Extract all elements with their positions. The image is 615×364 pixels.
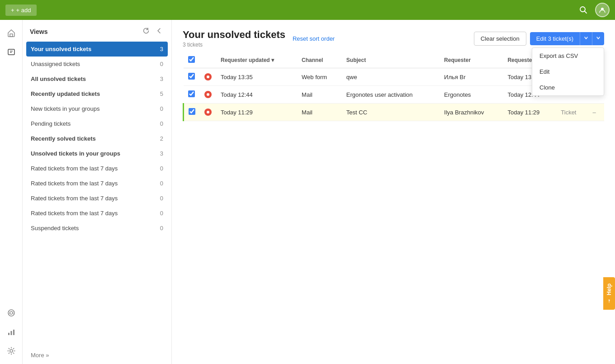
content-header-right: Clear selection Edit 3 ticket(s) (474, 32, 604, 46)
content-title-area: Your unsolved tickets 3 tickets (183, 29, 285, 48)
topbar-right (576, 3, 610, 17)
reports-icon (7, 327, 16, 336)
svg-point-8 (10, 312, 13, 314)
extra-dropdown-button[interactable] (592, 32, 604, 45)
select-all-checkbox[interactable] (188, 56, 195, 63)
row-subject: qwe (342, 68, 440, 86)
clone-item[interactable]: Clone (532, 80, 604, 95)
row-requester: Илья Br (440, 68, 503, 86)
refresh-button[interactable] (141, 26, 151, 37)
header-subject[interactable]: Subject (342, 52, 440, 68)
sidebar-item-all-unsolved[interactable]: All unsolved tickets 3 (26, 71, 168, 86)
add-button[interactable]: + + add (5, 5, 37, 16)
tickets-icon (7, 47, 16, 57)
row-checkbox-cell (184, 68, 200, 86)
header-requester-updated[interactable]: Requester updated ▾ (216, 52, 297, 68)
sidebar-item-label-your-unsolved: Your unsolved tickets (31, 46, 91, 52)
sidebar-item-label-rated-7days-4: Rated tickets from the last 7 days (31, 210, 118, 217)
status-dot (204, 91, 212, 98)
row-extra2: – (588, 104, 604, 121)
header-requester[interactable]: Requester (440, 52, 503, 68)
sidebar-item-your-unsolved[interactable]: Your unsolved tickets 3 (26, 42, 168, 57)
left-nav-bottom (3, 304, 20, 359)
row-requester-updated: Today 11:29 (216, 104, 297, 121)
sidebar-item-rated-7days-3[interactable]: Rated tickets from the last 7 days 0 (26, 191, 168, 206)
sidebar-item-label-recently-updated: Recently updated tickets (31, 90, 100, 97)
row-checkbox[interactable] (188, 73, 195, 80)
reset-sort-button[interactable]: Reset sort order (293, 35, 335, 42)
edit-dropdown-arrow-button[interactable] (580, 32, 592, 45)
row-checkbox[interactable] (188, 90, 195, 97)
main-layout: Views Your unsolved tickets 3 (0, 20, 615, 364)
home-nav-button[interactable] (3, 24, 20, 42)
search-icon (579, 6, 587, 14)
edit-item[interactable]: Edit (532, 64, 604, 80)
help-label: Help (606, 284, 612, 295)
sidebar-item-suspended[interactable]: Suspended tickets 0 (26, 221, 168, 236)
reports-nav-button[interactable] (3, 323, 20, 340)
svg-line-9 (8, 312, 10, 312)
sidebar-item-label-rated-7days-1: Rated tickets from the last 7 days (31, 165, 118, 172)
svg-rect-3 (10, 34, 13, 37)
avatar-icon (599, 6, 606, 14)
collapse-sidebar-button[interactable] (154, 26, 164, 37)
sidebar-item-count-new-in-groups: 0 (160, 105, 163, 112)
search-button[interactable] (576, 3, 591, 17)
row-requested: Today 11:29 (503, 104, 556, 121)
sidebar-item-label-new-in-groups: New tickets in your groups (31, 105, 99, 112)
export-csv-item[interactable]: Export as CSV (532, 48, 604, 64)
sidebar-item-count-all-unsolved: 3 (160, 76, 163, 82)
collapse-icon (156, 28, 162, 34)
sidebar-item-count-recently-solved: 2 (160, 135, 163, 142)
header-status-cell (200, 52, 216, 68)
help-button[interactable]: Help (603, 277, 615, 310)
sidebar-item-rated-7days-1[interactable]: Rated tickets from the last 7 days 0 (26, 161, 168, 176)
sidebar-more[interactable]: More » (23, 346, 171, 364)
edit-tickets-button[interactable]: Edit 3 ticket(s) (530, 32, 580, 45)
sidebar-item-count-your-unsolved: 3 (160, 46, 163, 52)
help-icon (606, 298, 612, 303)
clear-selection-button[interactable]: Clear selection (474, 32, 526, 46)
row-status-cell (200, 68, 216, 86)
support-nav-button[interactable] (3, 304, 20, 321)
row-requester-updated: Today 13:35 (216, 68, 297, 86)
sidebar-item-rated-7days-4[interactable]: Rated tickets from the last 7 days 0 (26, 206, 168, 221)
sidebar-item-unsolved-groups[interactable]: Unsolved tickets in your groups 3 (26, 146, 168, 161)
row-extra: Ticket (556, 104, 588, 121)
sidebar-item-count-rated-7days-3: 0 (160, 195, 163, 202)
left-nav (0, 20, 23, 364)
settings-nav-button[interactable] (3, 342, 20, 359)
sidebar-item-unassigned[interactable]: Unassigned tickets 0 (26, 57, 168, 71)
row-status-cell (200, 86, 216, 104)
sidebar-item-count-pending: 0 (160, 120, 163, 127)
sidebar-item-count-suspended: 0 (160, 225, 163, 232)
sidebar-item-recently-updated[interactable]: Recently updated tickets 5 (26, 86, 168, 101)
tickets-table: Requester updated ▾ Channel Subject Requ… (172, 52, 615, 364)
row-checkbox-cell (184, 104, 200, 121)
edit-button-group: Edit 3 ticket(s) (530, 32, 604, 45)
svg-line-1 (585, 11, 587, 13)
sidebar-item-new-in-groups[interactable]: New tickets in your groups 0 (26, 101, 168, 116)
sidebar-item-label-unsolved-groups: Unsolved tickets in your groups (31, 150, 120, 157)
tickets-nav-button[interactable] (3, 43, 20, 61)
content-header-left: Your unsolved tickets 3 tickets Reset so… (183, 29, 335, 48)
sidebar-item-label-pending: Pending tickets (31, 120, 71, 127)
svg-line-10 (13, 312, 14, 312)
settings-icon (7, 346, 16, 355)
sidebar-item-count-rated-7days-4: 0 (160, 210, 163, 217)
sidebar-item-rated-7days-2[interactable]: Rated tickets from the last 7 days 0 (26, 176, 168, 191)
svg-line-11 (8, 314, 10, 314)
sidebar-item-label-rated-7days-3: Rated tickets from the last 7 days (31, 195, 118, 202)
row-subject: Ergonotes user activation (342, 86, 440, 104)
header-channel[interactable]: Channel (297, 52, 342, 68)
content-area: Your unsolved tickets 3 tickets Reset so… (172, 20, 615, 364)
sidebar-item-recently-solved[interactable]: Recently solved tickets 2 (26, 131, 168, 146)
plus-icon: + (11, 7, 14, 14)
table-row[interactable]: Today 11:29 Mail Test CC Ilya Brazhnikov… (184, 104, 605, 121)
sidebar-item-label-rated-7days-2: Rated tickets from the last 7 days (31, 180, 118, 187)
sidebar-item-pending[interactable]: Pending tickets 0 (26, 116, 168, 131)
status-dot (204, 73, 212, 80)
sidebar-item-label-unassigned: Unassigned tickets (31, 61, 80, 67)
row-checkbox[interactable] (189, 108, 195, 115)
avatar[interactable] (595, 3, 610, 17)
